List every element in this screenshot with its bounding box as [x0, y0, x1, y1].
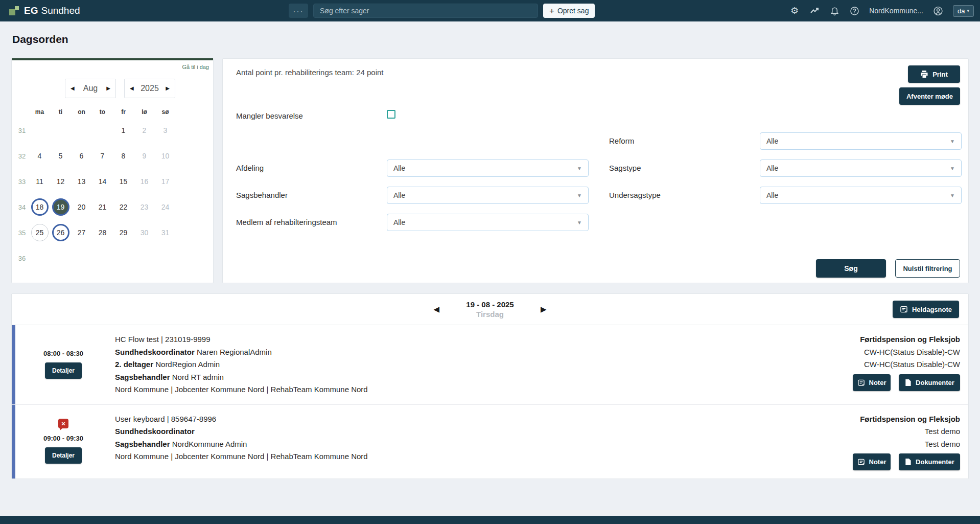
next-day-button[interactable]: ▶	[539, 303, 549, 316]
calendar-day[interactable]: 14	[92, 171, 113, 192]
calendar-day[interactable]: 7	[92, 146, 113, 167]
user-profile-icon[interactable]	[933, 6, 943, 16]
year-value: 2025	[141, 84, 159, 93]
calendar-week-row: 36	[15, 245, 213, 271]
next-year-button[interactable]: ▶	[166, 86, 170, 91]
appointment-field: Sundhedskoordinator	[115, 425, 754, 438]
reset-filters-button[interactable]: Nulstil filtrering	[895, 259, 960, 278]
calendar-day[interactable]: 8	[113, 146, 134, 167]
calendar-day[interactable]: 22	[113, 197, 134, 218]
go-to-today-link[interactable]: Gå til i dag	[182, 64, 209, 70]
notes-button[interactable]: Noter	[853, 374, 891, 391]
print-button[interactable]: Print	[908, 65, 960, 83]
calendar-day	[50, 248, 71, 269]
details-button[interactable]: Detaljer	[45, 447, 82, 464]
app-logo[interactable]: EG Sundhed	[9, 5, 80, 16]
appointment-title: User keyboard | 859647-8996	[115, 413, 754, 426]
undersagstype-dropdown[interactable]: Alle ▼	[760, 187, 962, 204]
note-icon	[857, 379, 865, 386]
calendar-day[interactable]: 26	[52, 224, 69, 241]
calendar-day[interactable]: 1	[113, 120, 134, 141]
calendar-day[interactable]: 11	[29, 171, 50, 192]
notifications-bell-icon[interactable]	[829, 6, 839, 16]
tenant-name[interactable]: NordKommune...	[869, 7, 923, 15]
case-search-input[interactable]	[313, 4, 538, 18]
documents-button[interactable]: Dokumenter	[899, 453, 960, 470]
afdeling-dropdown[interactable]: Alle ▼	[387, 160, 589, 177]
appointment-title: HC Flow test | 231019-9999	[115, 333, 754, 346]
week-number: 34	[15, 203, 29, 211]
calendar-day[interactable]: 10	[155, 146, 176, 167]
calendar-day[interactable]: 31	[155, 222, 176, 243]
notes-label: Noter	[869, 379, 886, 386]
calendar-grid-body: 3112332456789103311121314151617341819202…	[15, 118, 213, 271]
appointment-field: Sagsbehandler Nord RT admin	[115, 371, 754, 384]
calendar-day[interactable]: 18	[31, 198, 49, 216]
calendar-day[interactable]: 28	[92, 222, 113, 243]
language-selector[interactable]: da ▾	[953, 5, 974, 17]
case-type: Førtidspension og Fleksjob	[754, 333, 960, 346]
week-number: 31	[15, 127, 29, 134]
calendar-panel: Gå til i dag ◀ Aug ▶ ◀ 2025 ▶ ma ti on t…	[11, 58, 214, 283]
appointment-row: 08:00 - 08:30 Detaljer HC Flow test | 23…	[12, 325, 968, 404]
language-code: da	[958, 7, 965, 15]
calendar-day[interactable]: 30	[134, 222, 155, 243]
calendar-day[interactable]: 13	[71, 171, 92, 192]
sagsbehandler-dropdown[interactable]: Alle ▼	[387, 187, 589, 204]
reform-dropdown[interactable]: Alle ▼	[760, 132, 962, 150]
calendar-day[interactable]: 23	[134, 197, 155, 218]
calendar-day[interactable]: 9	[134, 146, 155, 167]
calendar-day[interactable]: 3	[155, 120, 176, 141]
day-header: lø	[134, 108, 155, 116]
day-header: to	[92, 108, 113, 116]
awaiting-meeting-button[interactable]: Afventer møde	[899, 87, 960, 105]
appointment-field: 2. deltager NordRegion Admin	[115, 358, 754, 371]
prev-month-button[interactable]: ◀	[71, 86, 75, 91]
calendar-day[interactable]: 24	[155, 197, 176, 218]
case-line: Test demo	[754, 438, 960, 451]
calendar-day[interactable]: 21	[92, 197, 113, 218]
calendar-day[interactable]: 16	[134, 171, 155, 192]
chevron-down-icon: ▼	[577, 166, 582, 171]
calendar-day[interactable]: 5	[50, 146, 71, 167]
missing-response-checkbox[interactable]	[387, 110, 395, 119]
chevron-down-icon: ▼	[950, 166, 955, 171]
calendar-day[interactable]: 12	[50, 171, 71, 192]
calendar-day[interactable]: 19	[52, 198, 69, 216]
chevron-down-icon: ▾	[967, 8, 969, 13]
search-button[interactable]: Søg	[816, 259, 886, 278]
chevron-down-icon: ▼	[577, 193, 582, 198]
create-case-button[interactable]: + Opret sag	[543, 4, 595, 18]
calendar-day[interactable]: 27	[71, 222, 92, 243]
calendar-day[interactable]: 20	[71, 197, 92, 218]
case-line: CW-HC(Status Disable)-CW	[754, 358, 960, 371]
prev-day-button[interactable]: ◀	[431, 303, 441, 316]
calendar-day[interactable]: 6	[71, 146, 92, 167]
prev-year-button[interactable]: ◀	[130, 86, 134, 91]
notes-button[interactable]: Noter	[853, 453, 891, 470]
sagstype-dropdown[interactable]: Alle ▼	[760, 160, 962, 177]
full-day-note-label: Heldagsnote	[912, 306, 952, 313]
activity-trend-icon[interactable]	[809, 6, 820, 16]
more-menu-button[interactable]: ···	[289, 4, 308, 18]
rehabteam-member-dropdown[interactable]: Alle ▼	[387, 214, 589, 231]
plus-icon: +	[549, 7, 554, 15]
help-question-icon[interactable]	[849, 6, 859, 16]
documents-button[interactable]: Dokumenter	[899, 374, 960, 391]
printer-icon	[920, 70, 928, 78]
calendar-day[interactable]: 29	[113, 222, 134, 243]
calendar-day[interactable]: 25	[31, 224, 49, 241]
brand-eg: EG	[24, 5, 38, 16]
calendar-day[interactable]: 2	[134, 120, 155, 141]
month-selector: ◀ Aug ▶	[65, 79, 116, 98]
calendar-day[interactable]: 17	[155, 171, 176, 192]
full-day-note-button[interactable]: Heldagsnote	[893, 301, 959, 318]
calendar-day[interactable]: 15	[113, 171, 134, 192]
month-value: Aug	[83, 84, 98, 93]
settings-gear-icon[interactable]: ⚙	[789, 6, 800, 16]
calendar-day	[92, 120, 113, 141]
details-button[interactable]: Detaljer	[45, 362, 82, 379]
calendar-day[interactable]: 4	[29, 146, 50, 167]
next-month-button[interactable]: ▶	[106, 86, 110, 91]
calendar-week-row: 3311121314151617	[15, 169, 213, 194]
